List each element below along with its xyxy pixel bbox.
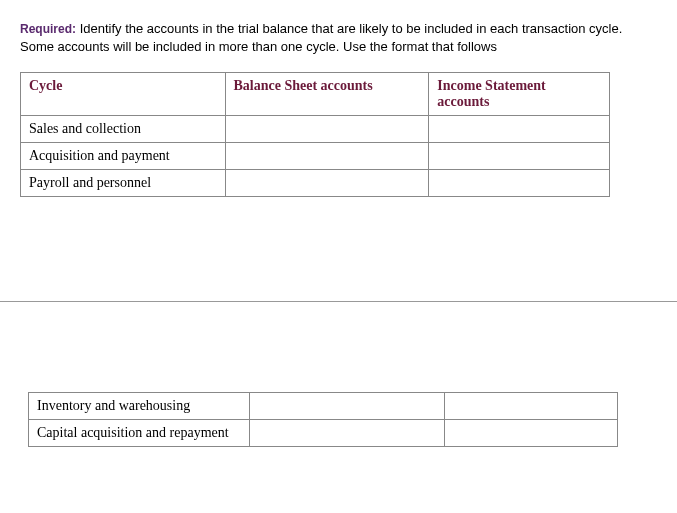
- cell-balance-sheet: [249, 420, 445, 447]
- table-row: Sales and collection: [21, 116, 610, 143]
- cell-cycle: Payroll and personnel: [21, 170, 226, 197]
- table-row: Inventory and warehousing: [29, 393, 618, 420]
- page-break-divider: [0, 301, 677, 302]
- cell-balance-sheet: [225, 143, 429, 170]
- cell-cycle: Capital acquisition and repayment: [29, 420, 250, 447]
- cycles-table-1: Cycle Balance Sheet accounts Income Stat…: [20, 72, 610, 197]
- cell-income-statement: [429, 143, 610, 170]
- cell-balance-sheet: [249, 393, 445, 420]
- header-income-statement: Income Statement accounts: [429, 73, 610, 116]
- cell-income-statement: [445, 420, 618, 447]
- cell-cycle: Acquisition and payment: [21, 143, 226, 170]
- table-row: Capital acquisition and repayment: [29, 420, 618, 447]
- table-row: Payroll and personnel: [21, 170, 610, 197]
- table-row: Acquisition and payment: [21, 143, 610, 170]
- instructions-block: Required: Identify the accounts in the t…: [20, 20, 657, 56]
- cell-income-statement: [429, 116, 610, 143]
- cell-balance-sheet: [225, 170, 429, 197]
- cell-balance-sheet: [225, 116, 429, 143]
- instructions-text: Identify the accounts in the trial balan…: [20, 21, 622, 54]
- cell-cycle: Inventory and warehousing: [29, 393, 250, 420]
- cycles-table-2: Inventory and warehousing Capital acquis…: [28, 392, 618, 447]
- cell-income-statement: [429, 170, 610, 197]
- header-cycle: Cycle: [21, 73, 226, 116]
- cell-income-statement: [445, 393, 618, 420]
- cell-cycle: Sales and collection: [21, 116, 226, 143]
- header-balance-sheet: Balance Sheet accounts: [225, 73, 429, 116]
- required-label: Required:: [20, 22, 76, 36]
